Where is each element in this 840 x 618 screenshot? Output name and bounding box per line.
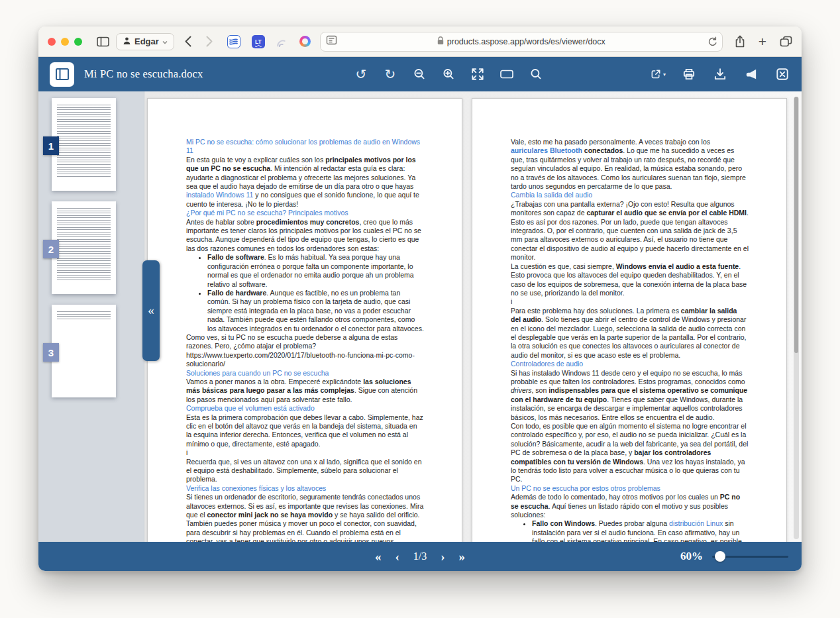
first-page-button[interactable]: «	[375, 550, 382, 563]
viewer-main: 1 2 3 « Mi PC no se escucha: cómo soluci…	[38, 91, 802, 542]
viewer-toolbar: Mi PC no se escucha.docx ↺ ↻ ▾	[38, 57, 802, 91]
scrollbar-thumb[interactable]	[794, 97, 798, 353]
doc-paragraph: Si tienes un ordenador de escritorio, se…	[186, 493, 424, 542]
thumbnail-page-2[interactable]: 2	[52, 201, 116, 294]
person-icon	[123, 36, 131, 47]
previous-page-button[interactable]: ‹	[395, 550, 399, 563]
thumbnail-panel: 1 2 3	[38, 91, 144, 542]
doc-text: Mi PC no se escucha: cómo solucionar los…	[186, 138, 420, 154]
traffic-lights	[48, 38, 82, 46]
tab-overview-icon[interactable]	[780, 36, 792, 47]
close-window-button[interactable]	[48, 38, 56, 46]
page-1-text: Mi PC no se escucha: cómo solucionar los…	[148, 99, 462, 542]
page-indicator: 1/3	[413, 550, 427, 562]
reload-icon[interactable]	[708, 36, 717, 46]
browser-window: Edgar LT	[38, 26, 802, 571]
zoom-window-button[interactable]	[74, 38, 82, 46]
ring-hole	[302, 38, 308, 44]
minimize-window-button[interactable]	[61, 38, 69, 46]
doc-paragraph: Antes de hablar sobre procedimientos muy…	[186, 218, 424, 254]
doc-link[interactable]: distribución Linux	[669, 519, 723, 527]
document-title: Mi PC no se escucha.docx	[84, 68, 203, 81]
doc-list: Fallo con Windows. Puedes probar alguna …	[511, 519, 749, 542]
thumbnail-page-1[interactable]: 1	[52, 98, 116, 191]
previous-page-icon: ‹	[395, 550, 399, 564]
zoom-slider[interactable]	[712, 551, 788, 562]
todoist-extension-icon[interactable]	[227, 35, 240, 48]
doc-paragraph: Fallo de hardware. Aunque es factible, n…	[207, 289, 424, 333]
announcement-button[interactable]	[743, 66, 759, 82]
address-bar[interactable]: products.aspose.app/words/es/viewer/docx	[320, 32, 723, 52]
doc-text: Fallo de hardware	[207, 289, 266, 297]
vertical-scrollbar[interactable]	[794, 97, 799, 539]
zoom-in-button[interactable]	[441, 66, 456, 82]
share-icon[interactable]	[735, 35, 745, 48]
profile-menu[interactable]: Edgar	[116, 33, 174, 50]
doc-text: https://www.tuexperto.com/2020/01/17/blu…	[186, 351, 415, 368]
doc-paragraph: Esta es la primera comprobación que debe…	[186, 413, 424, 449]
doc-paragraph: Fallo con Windows. Puedes probar alguna …	[532, 519, 749, 542]
thumbnails-toggle-button[interactable]	[50, 62, 74, 87]
doc-heading: Comprueba que el volumen está activado	[186, 404, 424, 413]
zoom-slider-knob[interactable]	[715, 551, 725, 562]
open-external-button[interactable]: ▾	[650, 66, 666, 82]
print-button[interactable]	[681, 66, 697, 82]
redo-icon: ↻	[385, 68, 396, 81]
page-2-text: Vale, esto me ha pasado personalmente. A…	[472, 99, 786, 542]
doc-text: Fallo de software	[207, 253, 264, 261]
doc-text: drivers	[511, 386, 532, 394]
doc-text: , son	[532, 386, 549, 394]
last-page-button[interactable]: »	[459, 550, 466, 563]
doc-text: Vamos a poner manos a la obra. Empeceré …	[186, 378, 363, 386]
doc-text: Verifica las conexiones físicas y los al…	[186, 484, 326, 492]
doc-text: . Puedes probar alguna	[595, 519, 669, 527]
doc-paragraph: Para este problema hay dos soluciones. L…	[511, 307, 749, 360]
languagetool-extension-icon[interactable]: LT	[252, 35, 265, 48]
doc-text: capturar el audio que se envía por el ca…	[586, 209, 747, 217]
undo-button[interactable]: ↺	[353, 66, 369, 82]
url-text: products.aspose.app/words/es/viewer/docx	[447, 37, 605, 46]
doc-text: Vale, esto me ha pasado personalmente. A…	[511, 138, 710, 146]
page-number-badge: 2	[43, 240, 59, 258]
plus-icon: +	[759, 34, 766, 48]
doc-paragraph: Vale, esto me ha pasado personalmente. A…	[511, 138, 749, 191]
doc-text: En esta guía te voy a explicar cuáles so…	[186, 156, 325, 164]
doc-heading: Un PC no se escucha por estos otros prob…	[511, 484, 749, 493]
thumbnail-content	[57, 105, 111, 179]
thumbnail-content	[57, 311, 111, 321]
next-page-icon: ›	[441, 550, 445, 564]
close-viewer-button[interactable]	[774, 66, 790, 82]
thumbnail-content	[57, 208, 111, 282]
fullscreen-button[interactable]	[470, 66, 486, 82]
doc-link[interactable]: instalado Windows 11	[186, 191, 253, 199]
doc-paragraph: Fallo de software. Es lo más habitual. Y…	[207, 253, 424, 289]
pager-bar: « ‹ 1/3 › » 60%	[38, 542, 802, 571]
doc-text: Cambia la salida del audio	[511, 191, 592, 199]
new-tab-button[interactable]: +	[759, 34, 766, 48]
page-number-badge: 1	[43, 136, 59, 155]
doc-text: . Solo tienes que abrir el centro de con…	[511, 315, 746, 359]
doc-heading: Verifica las conexiones físicas y los al…	[186, 484, 424, 493]
doc-heading: ¿Por qué mi PC no se escucha? Principale…	[186, 209, 424, 217]
download-button[interactable]	[712, 66, 728, 82]
last-page-icon: »	[459, 550, 466, 564]
ring-extension-icon[interactable]	[299, 36, 311, 47]
signal-arcs-extension-icon[interactable]	[276, 36, 288, 47]
next-page-button[interactable]: ›	[441, 550, 445, 563]
undo-icon: ↺	[356, 68, 367, 81]
doc-link[interactable]: auriculares Bluetooth	[511, 146, 582, 154]
doc-text: Con todo, es posible que en algún moment…	[511, 422, 748, 456]
zoom-percent-label: 60%	[680, 550, 703, 563]
doc-text: La cuestión es que, casi siempre,	[511, 262, 616, 270]
doc-text: procedimientos muy concretos	[256, 218, 360, 226]
back-button[interactable]	[185, 36, 191, 47]
view-mode-button[interactable]	[499, 66, 515, 82]
redo-button[interactable]: ↻	[382, 66, 398, 82]
safari-sidebar-icon[interactable]	[97, 36, 109, 47]
thumbnail-page-3[interactable]: 3	[52, 305, 116, 397]
lt-label: LT	[255, 38, 262, 45]
forward-button[interactable]	[206, 36, 213, 47]
collapse-thumbnails-button[interactable]: «	[142, 260, 160, 361]
search-button[interactable]	[528, 66, 544, 82]
zoom-out-button[interactable]	[411, 66, 427, 82]
